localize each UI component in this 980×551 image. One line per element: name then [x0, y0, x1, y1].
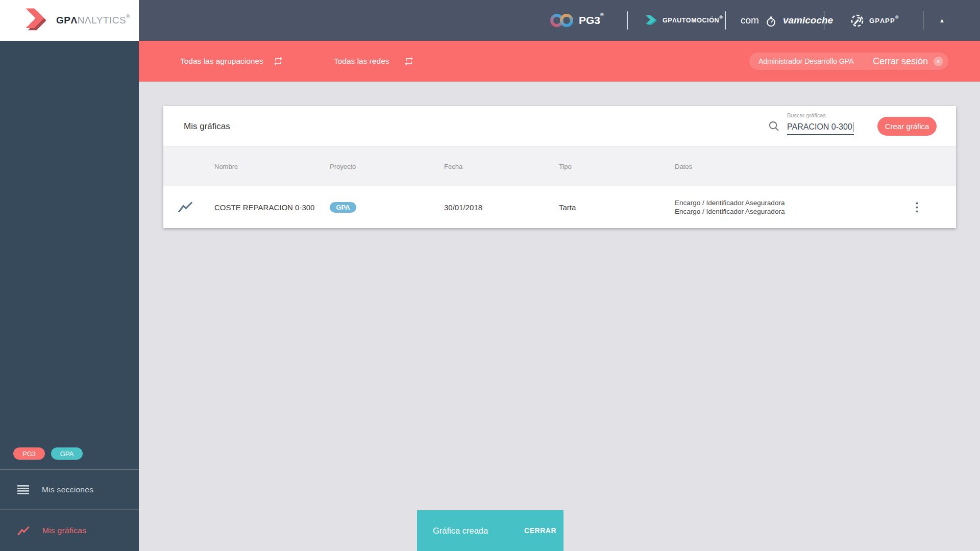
gpapp-label: GPΛPP®: [869, 17, 899, 24]
sections-icon: [17, 485, 29, 494]
snackbar: Gráfica creada CERRAR: [417, 510, 564, 551]
row-menu-button[interactable]: [906, 186, 927, 228]
card-header: Mis gráficas Buscar gráficas PARACION 0-…: [163, 106, 956, 146]
search-icon[interactable]: [768, 120, 780, 132]
sidebar-item-graficas[interactable]: Mis gráficas: [0, 510, 139, 551]
filter-redes[interactable]: Todas las redes: [334, 41, 389, 82]
col-header-datos: Datos: [675, 147, 692, 186]
search-label: Buscar gráficas: [787, 112, 854, 118]
snackbar-close-button[interactable]: CERRAR: [524, 527, 556, 535]
badge-gpa[interactable]: GPA: [51, 447, 83, 460]
sidebar-item-secciones[interactable]: Mis secciones: [0, 469, 139, 510]
gauge-wrench-icon: [850, 14, 864, 28]
sidebar: PG3 GPA Mis secciones Mis gráficas: [0, 41, 139, 551]
badge-pg3[interactable]: PG3: [13, 447, 45, 460]
gpautomocion-logo[interactable]: GPΛUTOMOCIÓN®: [645, 0, 723, 41]
comprovamicoche-logo[interactable]: com vamicoche: [741, 0, 833, 41]
topbar-separator: [725, 11, 726, 30]
search-input[interactable]: Buscar gráficas PARACION 0-300: [787, 112, 854, 135]
top-bar: PG3® GPΛUTOMOCIÓN® com vamicoche GPΛPP® …: [0, 0, 980, 41]
col-header-nombre: Nombre: [214, 147, 238, 186]
logout-x-icon: ✕: [934, 57, 943, 66]
pg3-label: PG3®: [579, 14, 604, 27]
sidebar-badges: PG3 GPA: [13, 447, 83, 460]
topbar-separator: [627, 11, 628, 30]
pg3-logo[interactable]: PG3®: [550, 0, 604, 41]
filter-agrupaciones[interactable]: Todas las agrupaciones: [180, 41, 263, 82]
gpapp-logo[interactable]: GPΛPP®: [850, 0, 899, 41]
user-name: Administrador Desarrollo GPA: [758, 57, 853, 65]
filter-bar: Todas las agrupaciones Todas las redes A…: [139, 41, 980, 82]
project-badge: GPA: [330, 202, 356, 213]
pg3-infinity-icon: [550, 13, 574, 28]
kebab-menu-icon: [916, 202, 918, 213]
collapse-arrow-icon: ▲: [939, 17, 945, 23]
cell-tipo: Tarta: [559, 186, 576, 228]
search-underline: [787, 134, 854, 135]
logout-button[interactable]: Cerrar sesión ✕: [873, 56, 943, 67]
cell-fecha: 30/01/2018: [444, 186, 482, 228]
charts-card: Mis gráficas Buscar gráficas PARACION 0-…: [163, 106, 956, 228]
topbar-separator: [824, 11, 824, 30]
gpa-analytics-logo[interactable]: GPΛNΛLYTICS®: [0, 0, 139, 41]
swap-redes-icon[interactable]: [403, 56, 414, 66]
user-session-pill: Administrador Desarrollo GPA Cerrar sesi…: [749, 53, 948, 70]
search-value: PARACION 0-300: [787, 122, 852, 132]
col-header-fecha: Fecha: [444, 147, 462, 186]
comprovamicoche-pre: com: [741, 15, 759, 26]
gpautomocion-label: GPΛUTOMOCIÓN®: [663, 17, 723, 24]
gpa-arrow-icon: [20, 8, 49, 33]
text-caret: [853, 122, 854, 132]
swap-agrupaciones-icon[interactable]: [273, 56, 284, 66]
collapse-button[interactable]: ▲: [939, 0, 945, 41]
gpautomocion-arrow-icon: [645, 14, 657, 27]
chart-icon: [17, 526, 30, 536]
page-title: Mis gráficas: [184, 106, 230, 146]
cell-nombre: COSTE REPARACION 0-300: [214, 186, 314, 228]
col-header-tipo: Tipo: [559, 147, 572, 186]
brand-text: GPΛNΛLYTICS®: [56, 15, 130, 26]
row-chart-icon: [178, 201, 193, 213]
stopwatch-icon: [766, 16, 776, 27]
main-content: Mis gráficas Buscar gráficas PARACION 0-…: [139, 82, 980, 551]
create-chart-button[interactable]: Crear gráfica: [877, 117, 937, 136]
cell-datos: Encargo / Identificador Aseguradora Enca…: [675, 198, 785, 216]
topbar-separator: [923, 11, 923, 30]
comprovamicoche-post: vamicoche: [783, 15, 833, 26]
col-header-proyecto: Proyecto: [330, 147, 356, 186]
snackbar-message: Gráfica creada: [433, 526, 524, 536]
table-header: Nombre Proyecto Fecha Tipo Datos: [163, 146, 956, 186]
table-row[interactable]: COSTE REPARACION 0-300 GPA 30/01/2018 Ta…: [163, 186, 956, 228]
